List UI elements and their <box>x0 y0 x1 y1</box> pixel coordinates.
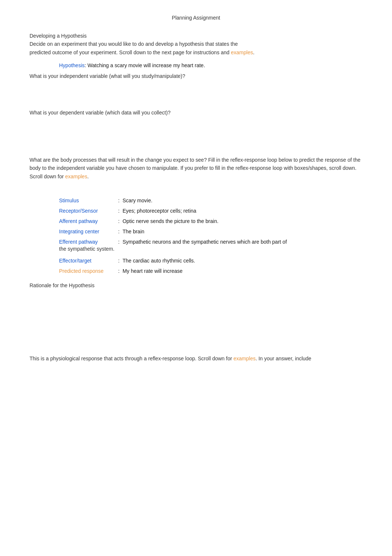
spacer-2b <box>30 145 362 156</box>
effector-separator: : <box>118 258 120 264</box>
bottom-text2: In your answer, include <box>257 356 311 361</box>
examples-suffix-2: . <box>87 174 89 179</box>
developing-body2-text: predicted outcome of your experiment. Sc… <box>30 49 230 55</box>
developing-heading: Developing a Hypothesis <box>30 32 362 40</box>
spacer-2 <box>30 123 362 145</box>
efferent-row: Efferent pathway : Sympathetic neurons a… <box>30 239 362 253</box>
spacer-1 <box>30 86 362 109</box>
rationale-heading: Rationale for the Hypothesis <box>30 281 362 289</box>
afferent-separator: : <box>118 218 120 224</box>
developing-body1: Decide on an experiment that you would l… <box>30 40 362 48</box>
bottom-text1: This is a physiological response that ac… <box>30 356 232 361</box>
developing-body2: predicted outcome of your experiment. Sc… <box>30 48 362 56</box>
spacer-3 <box>30 186 362 198</box>
predicted-separator: : <box>118 268 120 274</box>
stimulus-separator: : <box>118 198 120 203</box>
receptor-separator: : <box>118 208 120 214</box>
effector-value: The cardiac auto rhythmic cells. <box>123 258 362 264</box>
integrating-row: Integrating center : The brain <box>30 229 362 234</box>
stimulus-value: Scary movie. <box>123 198 362 203</box>
integrating-separator: : <box>118 229 120 234</box>
page-title: Planning Assignment <box>30 15 362 21</box>
hypothesis-value: Watching a scary movie will increase my … <box>86 62 205 68</box>
stimulus-row: Stimulus : Scary movie. <box>30 198 362 203</box>
afferent-label: Afferent pathway <box>59 218 118 224</box>
examples-link-3[interactable]: examples <box>234 356 256 361</box>
body-processes-text: What are the body processes that will re… <box>30 156 362 181</box>
hypothesis-field: Hypothesis: Watching a scary movie will … <box>30 62 362 68</box>
receptor-label: Receptor/Sensor <box>59 208 118 214</box>
effector-row: Effector/target : The cardiac auto rhyth… <box>30 258 362 264</box>
examples-link-2[interactable]: examples <box>65 174 87 179</box>
spacer-5 <box>30 318 362 340</box>
bottom-section: This is a physiological response that ac… <box>30 354 362 363</box>
predicted-label: Predicted response <box>59 268 118 274</box>
efferent-inner: Efferent pathway : Sympathetic neurons a… <box>59 239 362 245</box>
integrating-label: Integrating center <box>59 229 118 234</box>
predicted-value: My heart rate will increase <box>123 268 362 274</box>
efferent-separator: : <box>118 239 120 245</box>
developing-section: Developing a Hypothesis Decide on an exp… <box>30 32 362 56</box>
stimulus-label: Stimulus <box>59 198 118 203</box>
spacer-4 <box>30 295 362 318</box>
afferent-value: Optic nerve sends the picture to the bra… <box>123 218 362 224</box>
receptor-value: Eyes; photoreceptor cells; retina <box>123 208 362 214</box>
efferent-continuation: the sympathetic system. <box>59 245 362 253</box>
examples-suffix-1: . <box>253 49 254 55</box>
dependent-var-question: What is your dependent variable (which d… <box>30 109 362 117</box>
afferent-row: Afferent pathway : Optic nerve sends the… <box>30 218 362 224</box>
efferent-label: Efferent pathway <box>59 239 118 245</box>
integrating-value: The brain <box>123 229 362 234</box>
effector-label: Effector/target <box>59 258 118 264</box>
predicted-row: Predicted response : My heart rate will … <box>30 268 362 274</box>
independent-var-question: What is your independent variable (what … <box>30 72 362 80</box>
efferent-value: Sympathetic neurons and the sympathetic … <box>123 239 362 245</box>
receptor-row: Receptor/Sensor : Eyes; photoreceptor ce… <box>30 208 362 214</box>
hypothesis-label: Hypothesis <box>59 62 85 68</box>
examples-link-1[interactable]: examples <box>231 49 253 55</box>
